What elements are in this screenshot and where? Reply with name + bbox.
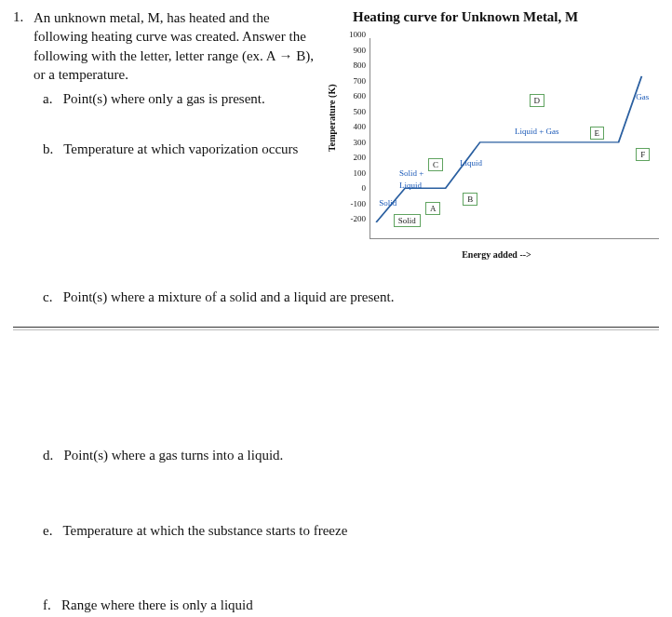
seg-solid-liquid-1: Solid + <box>399 168 423 178</box>
curve-svg <box>370 38 659 238</box>
label-F: F <box>636 148 650 161</box>
x-axis-label: Energy added --> <box>334 249 659 260</box>
seg-solid-liquid-2: Liquid <box>399 181 422 190</box>
seg-gas: Gas <box>636 92 649 101</box>
plot-area: Solid Solid + Liquid Liquid Liquid + Gas… <box>370 38 659 239</box>
part-e-text: Temperature at which the substance start… <box>62 523 347 538</box>
divider-1b <box>13 329 659 330</box>
part-c-letter: c. <box>43 289 52 304</box>
part-b-text: Temperature at which vaporization occurs <box>63 141 298 156</box>
label-solid-anchor: Solid <box>394 214 421 227</box>
part-b-letter: b. <box>43 141 53 156</box>
heating-curve-chart: Temperature (K) 1000 900 800 700 600 500… <box>334 31 659 273</box>
part-e: e. Temperature at which the substance st… <box>60 521 659 540</box>
part-f-text: Range where there is only a liquid <box>61 597 253 612</box>
part-a-text: Point(s) where only a gas is present. <box>63 91 265 106</box>
part-d: d. Point(s) where a gas turns into a liq… <box>60 446 659 464</box>
label-C: C <box>428 158 443 171</box>
seg-liquid: Liquid <box>460 158 482 168</box>
label-A: A <box>425 202 441 215</box>
label-D: D <box>530 94 545 107</box>
part-d-letter: d. <box>43 448 53 463</box>
seg-solid: Solid <box>379 198 396 208</box>
label-E: E <box>590 127 605 140</box>
label-B: B <box>463 193 477 206</box>
part-f-letter: f. <box>43 597 51 612</box>
part-a-letter: a. <box>43 91 52 106</box>
y-axis-ticks: 1000 900 800 700 600 500 400 300 200 100… <box>342 31 366 231</box>
part-c-text: Point(s) where a mixture of a solid and … <box>63 289 395 304</box>
part-b: b. Temperature at which vaporization occ… <box>60 140 325 158</box>
part-d-text: Point(s) where a gas turns into a liquid… <box>64 448 284 463</box>
part-e-letter: e. <box>43 523 52 538</box>
seg-liquid-gas: Liquid + Gas <box>515 127 559 136</box>
question-stem: An unknown metal, M, has heated and the … <box>34 8 325 84</box>
question-number: 1. <box>13 9 34 25</box>
chart-title: Heating curve for Unknown Metal, M <box>353 9 659 25</box>
part-c: c. Point(s) where a mixture of a solid a… <box>60 288 659 306</box>
divider-1 <box>13 327 659 328</box>
y-axis-label: Temperature (K) <box>327 85 337 153</box>
part-f: f. Range where there is only a liquid <box>60 596 659 614</box>
part-a: a. Point(s) where only a gas is present. <box>60 89 325 108</box>
